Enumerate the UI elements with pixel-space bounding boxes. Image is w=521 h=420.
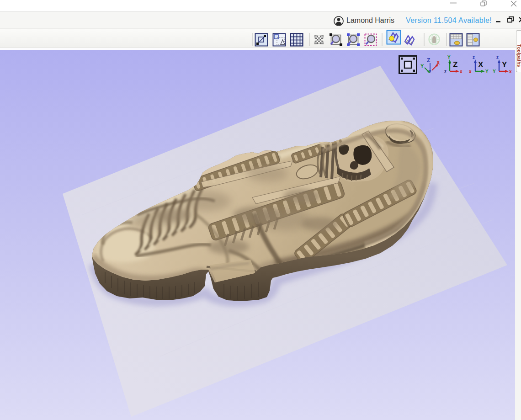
svg-text:z: z <box>496 55 499 60</box>
svg-text:X: X <box>478 60 484 69</box>
svg-text:Y: Y <box>447 55 451 60</box>
svg-text:Z: Z <box>453 60 457 69</box>
svg-text:Y: Y <box>420 63 424 69</box>
svg-text:Z: Z <box>427 57 430 64</box>
svg-text:Y: Y <box>493 69 496 74</box>
svg-text:z: z <box>444 69 447 74</box>
svg-text:x: x <box>509 69 512 74</box>
svg-text:Y: Y <box>485 69 489 74</box>
svg-text:z: z <box>473 55 475 60</box>
svg-text:x: x <box>469 69 472 74</box>
svg-text:Y: Y <box>502 60 507 69</box>
svg-text:x: x <box>460 69 463 74</box>
